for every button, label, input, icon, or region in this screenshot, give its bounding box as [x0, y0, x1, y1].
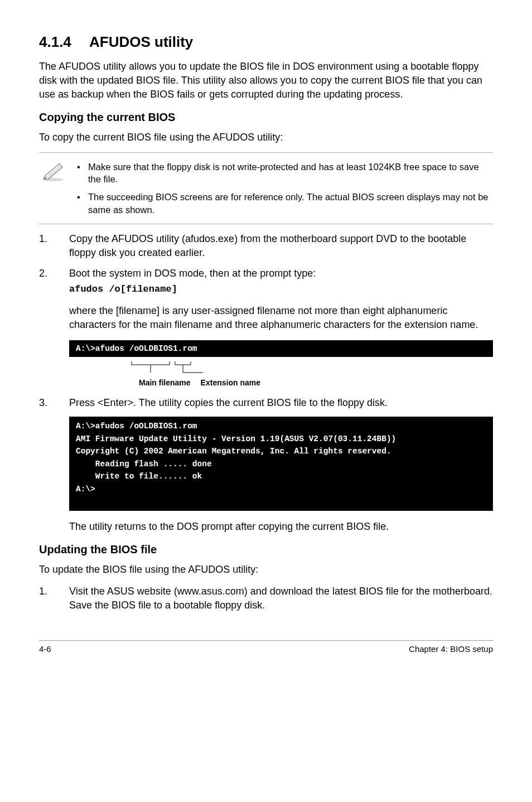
note-item: Make sure that the floppy disk is not wr… — [88, 161, 493, 186]
code-command: afudos /o[filename] — [69, 283, 493, 296]
step-text: Boot the system in DOS mode, then at the… — [69, 268, 316, 279]
step-text: Copy the AFUDOS utility (afudos.exe) fro… — [69, 233, 466, 258]
pencil-note-icon — [39, 161, 72, 184]
step-text: Visit the ASUS website (www.asus.com) an… — [69, 586, 492, 611]
terminal-output: A:\>afudos /oOLDBIOS1.rom — [69, 340, 493, 357]
bracket-diagram-icon — [69, 361, 225, 377]
note-item: The succeeding BIOS screens are for refe… — [88, 191, 493, 216]
copying-steps-cont: Press <Enter>. The utility copies the cu… — [39, 396, 493, 410]
step-item: Press <Enter>. The utility copies the cu… — [39, 396, 493, 410]
copying-steps: Copy the AFUDOS utility (afudos.exe) fro… — [39, 232, 493, 332]
section-heading: 4.1.4AFUDOS utility — [39, 33, 493, 51]
section-title: AFUDOS utility — [89, 33, 193, 50]
updating-steps: Visit the ASUS website (www.asus.com) an… — [39, 584, 493, 612]
note-box: Make sure that the floppy disk is not wr… — [39, 152, 493, 224]
step-text: Press <Enter>. The utility copies the cu… — [69, 397, 388, 408]
updating-lead: To update the BIOS file using the AFUDOS… — [39, 563, 493, 577]
page-number: 4-6 — [39, 644, 51, 654]
note-content: Make sure that the floppy disk is not wr… — [72, 161, 493, 216]
filename-diagram: A:\>afudos /oOLDBIOS1.rom Main filename … — [69, 340, 493, 387]
step-item: Boot the system in DOS mode, then at the… — [39, 267, 493, 332]
label-extension-name: Extension name — [201, 378, 260, 387]
step-item: Copy the AFUDOS utility (afudos.exe) fro… — [39, 232, 493, 260]
page-footer: 4-6 Chapter 4: BIOS setup — [39, 640, 493, 654]
intro-paragraph: The AFUDOS utility allows you to update … — [39, 60, 493, 102]
step-item: Visit the ASUS website (www.asus.com) an… — [39, 584, 493, 612]
terminal-output: A:\>afudos /oOLDBIOS1.rom AMI Firmware U… — [69, 417, 493, 511]
updating-heading: Updating the BIOS file — [39, 543, 493, 556]
after-terminal-paragraph: The utility returns to the DOS prompt af… — [39, 520, 493, 534]
label-main-filename: Main filename — [139, 378, 191, 387]
copying-heading: Copying the current BIOS — [39, 111, 493, 124]
step-sub-paragraph: where the [filename] is any user-assigne… — [69, 304, 493, 332]
chapter-title: Chapter 4: BIOS setup — [409, 644, 493, 654]
copying-lead: To copy the current BIOS file using the … — [39, 131, 493, 144]
section-number: 4.1.4 — [39, 33, 89, 51]
